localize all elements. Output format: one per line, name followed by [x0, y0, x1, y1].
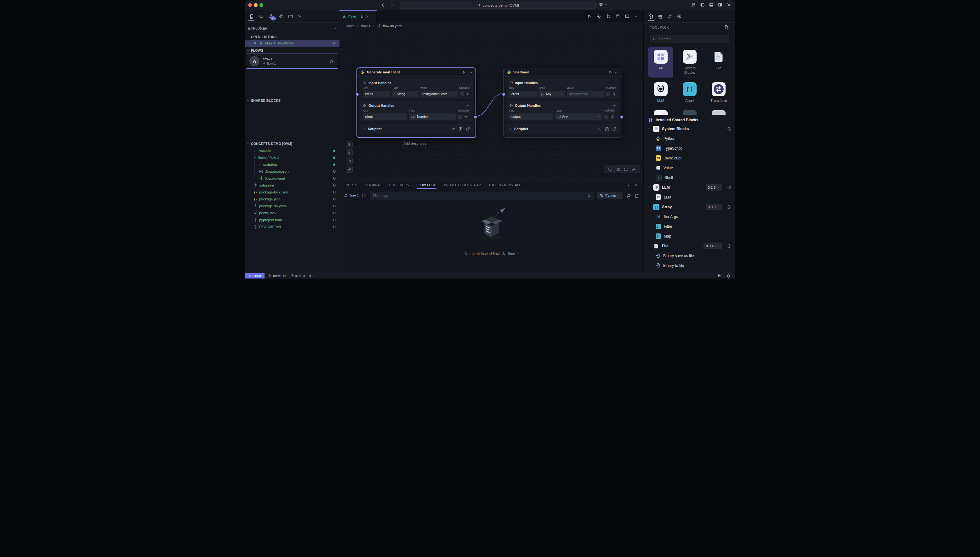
explorer-activity-icon[interactable]: [248, 11, 255, 21]
window-close-button[interactable]: [248, 3, 252, 7]
problems-status[interactable]: 0 0: [290, 274, 305, 278]
tree-item-flows-flow-1[interactable]: flows / flow-1: [245, 154, 340, 161]
group-array[interactable]: [ ] Array 0.0.8: [644, 202, 735, 212]
group-system-blocks[interactable]: System Blocks: [644, 124, 735, 134]
input-type-select[interactable]: “ String: [392, 91, 418, 97]
flows-activity-icon[interactable]: 12: [267, 11, 274, 21]
ports-status[interactable]: 0: [308, 274, 315, 278]
flow-card[interactable]: flow-1 flow-1: [246, 54, 338, 69]
output-type-select[interactable]: {..} Any: [555, 113, 603, 120]
toolpack-activity-icon[interactable]: [648, 11, 653, 21]
rerun-flow-icon[interactable]: [596, 14, 601, 19]
info-icon[interactable]: [727, 127, 731, 131]
open-editor-item[interactable]: Flow 1 flows/flow-1 U: [245, 40, 340, 47]
tree-item-package-oo-yaml[interactable]: ! package.oo.yamlU: [245, 203, 340, 210]
customize-layout-icon[interactable]: [691, 3, 696, 7]
layout-grid-button[interactable]: [346, 166, 353, 173]
block-filter[interactable]: [ ] Filter: [644, 221, 735, 231]
input-value-field[interactable]: <connected>: [567, 91, 604, 97]
tile-transform[interactable]: Transform: [705, 82, 732, 103]
add-output-icon[interactable]: [612, 104, 616, 108]
attach-icon[interactable]: [451, 127, 455, 131]
scriptlet-section[interactable]: Scriptlet: [360, 124, 473, 134]
toggle-sidebar-right-icon[interactable]: [718, 3, 722, 7]
node-snedmail[interactable]: Snedmail Input Handles Key Type Value Nu…: [503, 68, 622, 138]
tile-llm[interactable]: LLM: [647, 82, 674, 103]
input-key-field[interactable]: client: [509, 91, 536, 97]
mascot-icon[interactable]: [717, 274, 722, 278]
flow-canvas[interactable]: Generate mail client Input Handles Key T…: [340, 29, 644, 179]
breadcrumb-file[interactable]: flow.oo.yaml: [383, 24, 402, 28]
block-value[interactable]: Value: [644, 163, 735, 173]
node-generate-mail-client[interactable]: Generate mail client Input Handles Key T…: [357, 68, 476, 138]
tab-project-bootstrap[interactable]: PROJECT BOOTSTRAP: [444, 180, 481, 190]
toggle-sidebar-left-icon[interactable]: [700, 3, 705, 7]
block-llm[interactable]: LLM: [644, 192, 735, 202]
window-zoom-button[interactable]: [260, 3, 263, 7]
command-center-search[interactable]: concepts-demo [OVM]: [400, 2, 596, 9]
forward-icon[interactable]: [389, 3, 394, 8]
block-binary-save-as-file[interactable]: Binary save as file: [644, 251, 735, 261]
screen-view-icon[interactable]: [608, 167, 613, 171]
tile-array[interactable]: [ ] Array: [676, 82, 703, 103]
window-minimize-button[interactable]: [254, 3, 258, 7]
tab-terminal[interactable]: TERMINAL: [365, 180, 382, 190]
tree-item-readme[interactable]: README.mdU: [245, 223, 340, 230]
tile-system-blocks[interactable]: System Blocks: [676, 50, 703, 75]
tree-item-gitignore[interactable]: .gitignoreU: [245, 182, 340, 189]
info-icon[interactable]: [727, 185, 731, 190]
add-input-icon[interactable]: [612, 81, 616, 85]
export-logs-icon[interactable]: [634, 194, 639, 198]
scriptlet-section[interactable]: Scriptlet: [506, 124, 619, 134]
tree-item-vscode[interactable]: .vscode: [245, 147, 340, 154]
secrets-activity-icon[interactable]: [297, 11, 304, 21]
handle-settings-gear-icon[interactable]: [466, 92, 470, 96]
feedback-activity-icon[interactable]: [676, 11, 682, 21]
log-tree-toggle-icon[interactable]: [362, 194, 367, 198]
notifications-bell-icon[interactable]: [726, 274, 731, 278]
flow-settings-gear-icon[interactable]: [329, 59, 334, 64]
close-icon[interactable]: [366, 15, 369, 18]
clear-logs-icon[interactable]: [626, 194, 631, 198]
tree-item-flow-ui-json[interactable]: .flow.ui.oo.jsonU: [245, 168, 340, 175]
assistant-menu[interactable]: [598, 2, 608, 7]
zoom-in-button[interactable]: [346, 141, 353, 148]
back-icon[interactable]: [380, 3, 385, 8]
run-node-icon[interactable]: [608, 70, 613, 74]
output-type-select[interactable]: 123 Number: [409, 113, 456, 120]
tree-item-package-json[interactable]: {} package.jsonU: [245, 195, 340, 203]
rewards-activity-icon[interactable]: [658, 11, 663, 21]
tree-item-poetry-lock[interactable]: poetry.lockU: [245, 210, 340, 217]
run-flow-icon[interactable]: [587, 14, 592, 19]
open-external-icon[interactable]: [612, 127, 616, 131]
open-editors-section[interactable]: OPEN EDITORS: [246, 35, 277, 39]
deploy-activity-icon[interactable]: [667, 11, 672, 21]
output-key-field[interactable]: output: [509, 113, 553, 120]
split-editor-icon[interactable]: [625, 14, 629, 19]
blocks-activity-icon[interactable]: [277, 11, 284, 21]
block-javascript[interactable]: JS JavaScript: [644, 153, 735, 163]
node-more-icon[interactable]: [468, 70, 472, 74]
flows-section[interactable]: FLOWS: [246, 49, 263, 52]
more-actions-icon[interactable]: [634, 14, 639, 19]
block-typescript[interactable]: TS TypeScript: [644, 143, 735, 153]
tree-item-pyproject[interactable]: pyproject.tomlU: [245, 217, 340, 223]
handle-settings-gear-icon[interactable]: [464, 115, 468, 119]
shared-blocks-section[interactable]: SHARED BLOCKS: [246, 99, 281, 103]
nullable-checkbox[interactable]: [606, 92, 610, 96]
fit-view-icon[interactable]: [624, 167, 628, 171]
add-description-button[interactable]: Add description: [385, 142, 447, 145]
tree-item-flow-yaml[interactable]: flow.oo.yamlU: [245, 175, 340, 182]
tile-all[interactable]: All: [647, 50, 674, 70]
tab-toolpack-install[interactable]: TOOLPACK INSTALL: [488, 180, 521, 190]
compare-icon[interactable]: [606, 14, 611, 19]
attach-icon[interactable]: [598, 127, 602, 131]
remote-indicator[interactable]: OVM: [245, 273, 265, 278]
block-shell[interactable]: >_ Shell: [644, 173, 735, 182]
handle-settings-gear-icon[interactable]: [612, 92, 616, 96]
input-port-email[interactable]: [355, 92, 359, 96]
docs-icon[interactable]: [458, 127, 463, 131]
node-header[interactable]: Generate mail client: [357, 68, 476, 77]
input-port-client[interactable]: [502, 92, 506, 96]
output-port-output[interactable]: [620, 115, 624, 119]
